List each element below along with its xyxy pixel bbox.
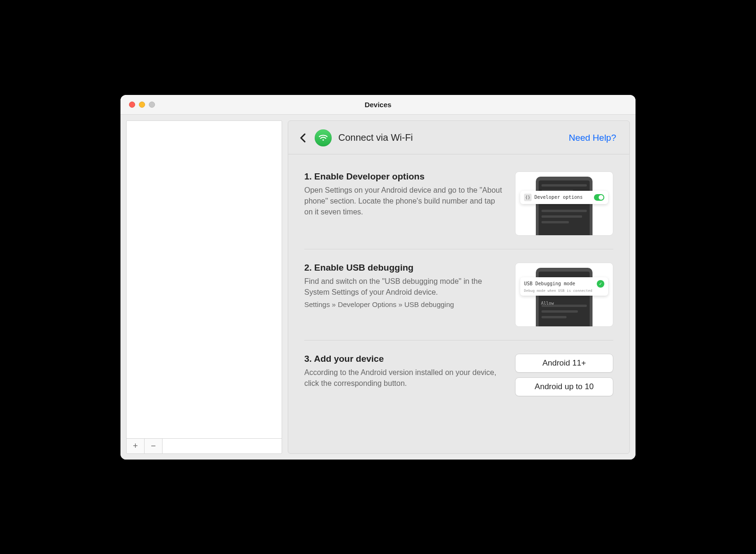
main-panel: Connect via Wi-Fi Need Help? 1. Enable D… xyxy=(288,120,630,454)
step-illustration: {} Developer options xyxy=(515,171,613,236)
phone-mockup xyxy=(536,268,593,327)
step-path: Settings » Developer Options » USB debug… xyxy=(304,300,503,308)
step-enable-developer-options: 1. Enable Developer options Open Setting… xyxy=(304,158,613,249)
add-device-button[interactable]: + xyxy=(127,439,145,453)
main-header: Connect via Wi-Fi Need Help? xyxy=(288,121,629,154)
devices-window: Devices + − xyxy=(120,95,636,460)
callout-label: Developer options xyxy=(534,195,583,200)
phone-mockup xyxy=(536,177,593,236)
step-description: Open Settings on your Android device and… xyxy=(304,185,503,218)
callout-sublabel: Debug mode when USB is connected xyxy=(524,289,593,293)
wifi-icon xyxy=(315,129,332,146)
help-link[interactable]: Need Help? xyxy=(569,133,616,143)
back-button[interactable] xyxy=(298,133,308,143)
devices-list xyxy=(127,121,282,438)
android-version-buttons: Android 11+ Android up to 10 xyxy=(515,354,613,396)
callout-label: USB Debugging mode xyxy=(524,281,575,286)
titlebar: Devices xyxy=(120,95,636,115)
step-text: 2. Enable USB debugging Find and switch … xyxy=(304,263,503,308)
remove-device-button[interactable]: − xyxy=(145,439,163,453)
page-title: Connect via Wi-Fi xyxy=(338,132,562,143)
step-title: 3. Add your device xyxy=(304,354,503,364)
step-description: According to the Android version install… xyxy=(304,367,503,389)
developer-options-callout: {} Developer options xyxy=(520,191,608,204)
step-enable-usb-debugging: 2. Enable USB debugging Find and switch … xyxy=(304,249,613,341)
traffic-lights xyxy=(129,102,155,108)
allow-label: Allow xyxy=(541,301,554,306)
step-title: 1. Enable Developer options xyxy=(304,171,503,182)
sidebar-footer: + − xyxy=(127,438,282,453)
usb-debugging-callout: USB Debugging mode ✓ Debug mode when USB… xyxy=(520,277,608,296)
steps-list: 1. Enable Developer options Open Setting… xyxy=(288,154,629,419)
android-11-plus-button[interactable]: Android 11+ xyxy=(515,354,613,373)
checkmark-icon: ✓ xyxy=(597,280,604,288)
window-body: + − Connect via Wi-Fi xyxy=(120,115,636,460)
step-text: 3. Add your device According to the Andr… xyxy=(304,354,503,389)
step-title: 2. Enable USB debugging xyxy=(304,263,503,273)
minimize-window-button[interactable] xyxy=(139,102,145,108)
devices-sidebar: + − xyxy=(126,120,282,454)
braces-icon: {} xyxy=(524,194,532,201)
step-description: Find and switch on the "USB debugging mo… xyxy=(304,276,503,298)
step-illustration: USB Debugging mode ✓ Debug mode when USB… xyxy=(515,263,613,327)
zoom-window-button[interactable] xyxy=(149,102,155,108)
step-text: 1. Enable Developer options Open Setting… xyxy=(304,171,503,218)
android-up-to-10-button[interactable]: Android up to 10 xyxy=(515,377,613,396)
step-add-device: 3. Add your device According to the Andr… xyxy=(304,341,613,409)
window-title: Devices xyxy=(120,101,636,109)
toggle-icon xyxy=(594,194,604,201)
svg-point-0 xyxy=(323,139,324,141)
close-window-button[interactable] xyxy=(129,102,135,108)
